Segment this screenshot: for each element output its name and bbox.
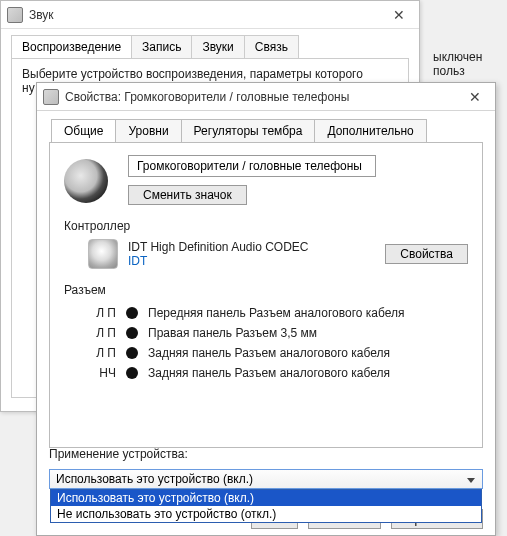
jack-desc: Задняя панель Разъем аналогового кабеля [148, 346, 390, 360]
controller-properties-button[interactable]: Свойства [385, 244, 468, 264]
general-pane: Громкоговорители / головные телефоны Сме… [49, 142, 483, 448]
tab-general[interactable]: Общие [51, 119, 116, 142]
jack-indicator-icon [126, 347, 138, 359]
close-icon[interactable]: ✕ [461, 89, 489, 105]
controller-icon [88, 239, 118, 269]
jack-row: Л П Задняя панель Разъем аналогового каб… [88, 343, 468, 363]
tab-playback[interactable]: Воспроизведение [11, 35, 132, 58]
device-usage-label: Применение устройства: [49, 447, 483, 461]
device-usage-selected: Использовать это устройство (вкл.) [56, 472, 253, 486]
properties-title: Свойства: Громкоговорители / головные те… [65, 90, 461, 104]
jack-desc: Правая панель Разъем 3,5 мм [148, 326, 317, 340]
jack-indicator-icon [126, 327, 138, 339]
device-usage-area: Применение устройства: Использовать это … [49, 447, 483, 489]
jack-row: НЧ Задняя панель Разъем аналогового кабе… [88, 363, 468, 383]
jack-list: Л П Передняя панель Разъем аналогового к… [64, 303, 468, 383]
device-usage-combobox[interactable]: Использовать это устройство (вкл.) Испол… [49, 469, 483, 489]
sound-info2: ну [22, 81, 35, 95]
jack-side: Л П [88, 326, 116, 340]
properties-window: Свойства: Громкоговорители / головные те… [36, 82, 496, 536]
properties-titlebar: Свойства: Громкоговорители / головные те… [37, 83, 495, 111]
background-text: ыключен польз [427, 50, 507, 80]
jack-desc: Передняя панель Разъем аналогового кабел… [148, 306, 404, 320]
jack-side: Л П [88, 306, 116, 320]
sound-tabs: Воспроизведение Запись Звуки Связь [1, 29, 419, 58]
properties-tabs: Общие Уровни Регуляторы тембра Дополните… [37, 111, 495, 142]
device-name-input[interactable]: Громкоговорители / головные телефоны [128, 155, 376, 177]
sound-titlebar: Звук ✕ [1, 1, 419, 29]
tab-sounds[interactable]: Звуки [191, 35, 244, 58]
change-icon-button[interactable]: Сменить значок [128, 185, 247, 205]
tab-enhancements[interactable]: Регуляторы тембра [181, 119, 316, 142]
jack-side: Л П [88, 346, 116, 360]
jack-indicator-icon [126, 307, 138, 319]
jack-label: Разъем [64, 283, 468, 297]
speaker-small-icon [43, 89, 59, 105]
jack-row: Л П Передняя панель Разъем аналогового к… [88, 303, 468, 323]
sound-title: Звук [29, 8, 385, 22]
close-icon[interactable]: ✕ [385, 7, 413, 23]
controller-label: Контроллер [64, 219, 468, 233]
speaker-icon [64, 159, 108, 203]
usage-option-enable[interactable]: Использовать это устройство (вкл.) [51, 490, 481, 506]
tab-levels[interactable]: Уровни [115, 119, 181, 142]
usage-option-disable[interactable]: Не использовать это устройство (откл.) [51, 506, 481, 522]
sound-icon [7, 7, 23, 23]
controller-name: IDT High Definition Audio CODEC [128, 240, 375, 254]
tab-advanced[interactable]: Дополнительно [314, 119, 426, 142]
jack-side: НЧ [88, 366, 116, 380]
jack-desc: Задняя панель Разъем аналогового кабеля [148, 366, 390, 380]
tab-recording[interactable]: Запись [131, 35, 192, 58]
jack-row: Л П Правая панель Разъем 3,5 мм [88, 323, 468, 343]
tab-communications[interactable]: Связь [244, 35, 299, 58]
controller-vendor-link[interactable]: IDT [128, 254, 375, 268]
jack-indicator-icon [126, 367, 138, 379]
device-usage-dropdown: Использовать это устройство (вкл.) Не ис… [50, 489, 482, 523]
sound-info: Выберите устройство воспроизведения, пар… [22, 67, 363, 81]
chevron-down-icon [464, 473, 478, 487]
